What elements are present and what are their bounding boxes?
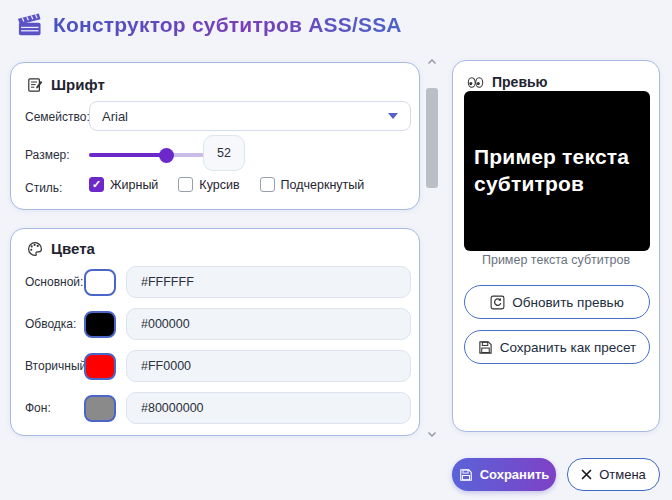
preview-box-text: Пример текста субтитров bbox=[474, 144, 642, 198]
style-checkbox-italic[interactable]: Курсив bbox=[178, 177, 239, 192]
preview-card-title: Превью bbox=[492, 74, 548, 90]
outline-color-input[interactable] bbox=[126, 308, 411, 340]
eyes-icon bbox=[467, 76, 484, 89]
font-card: Шрифт Семейство: Arial Размер: Стиль: Жи… bbox=[10, 62, 420, 210]
slider-fill bbox=[89, 153, 167, 157]
background-color-input[interactable] bbox=[126, 392, 411, 424]
scrollbar-thumb[interactable] bbox=[426, 88, 438, 188]
save-preset-label: Сохранить как пресет bbox=[500, 340, 637, 355]
cancel-button-label: Отмена bbox=[599, 467, 646, 482]
size-label: Размер: bbox=[25, 148, 70, 162]
secondary-color-label: Вторичный: bbox=[25, 359, 90, 373]
save-preset-button[interactable]: Сохранить как пресет bbox=[464, 330, 650, 364]
preview-card-header: Превью bbox=[467, 74, 548, 90]
font-family-select[interactable]: Arial bbox=[89, 101, 411, 131]
palette-icon bbox=[27, 241, 43, 257]
style-option-label: Курсив bbox=[199, 178, 239, 192]
family-label: Семейство: bbox=[25, 110, 90, 124]
secondary-color-swatch[interactable] bbox=[84, 353, 116, 380]
subtitle-constructor-app: Конструктор субтитров ASS/SSA Шрифт Семе… bbox=[0, 0, 672, 500]
secondary-color-input[interactable] bbox=[126, 350, 411, 382]
colors-card-header: Цвета bbox=[27, 240, 95, 257]
update-preview-button[interactable]: Обновить превью bbox=[464, 285, 650, 319]
scrollbar-up-arrow[interactable] bbox=[426, 55, 438, 67]
page-title: Конструктор субтитров ASS/SSA bbox=[53, 13, 402, 37]
background-color-swatch[interactable] bbox=[84, 395, 116, 422]
font-card-title: Шрифт bbox=[51, 76, 105, 93]
save-button-label: Сохранить bbox=[480, 467, 550, 482]
floppy-disk-icon bbox=[459, 468, 473, 482]
preview-card: Превью Пример текста субтитров Пример те… bbox=[452, 60, 660, 432]
checkbox-icon[interactable] bbox=[178, 177, 193, 192]
cancel-button[interactable]: Отмена bbox=[567, 458, 660, 491]
scrollbar-down-arrow[interactable] bbox=[426, 428, 438, 440]
floppy-disk-icon bbox=[478, 340, 493, 355]
clapperboard-icon bbox=[16, 12, 43, 37]
checkbox-icon[interactable] bbox=[89, 177, 104, 192]
primary-color-swatch[interactable] bbox=[84, 269, 116, 296]
checkbox-icon[interactable] bbox=[260, 177, 275, 192]
colors-card: Цвета Основной: Обводка: Вторичный: Фон: bbox=[10, 228, 420, 436]
slider-thumb[interactable] bbox=[159, 148, 174, 163]
refresh-icon bbox=[490, 295, 505, 310]
colors-card-title: Цвета bbox=[51, 240, 95, 257]
preview-caption: Пример текста субтитров bbox=[453, 253, 659, 267]
font-card-header: Шрифт bbox=[27, 76, 105, 93]
subtitle-preview-box: Пример текста субтитров bbox=[464, 91, 650, 251]
outline-color-label: Обводка: bbox=[25, 317, 76, 331]
style-label: Стиль: bbox=[25, 181, 62, 195]
save-button[interactable]: Сохранить bbox=[452, 458, 556, 491]
chevron-down-icon bbox=[388, 113, 398, 119]
background-color-label: Фон: bbox=[25, 401, 51, 415]
primary-color-label: Основной: bbox=[25, 275, 83, 289]
font-size-box bbox=[203, 135, 245, 171]
font-size-slider[interactable] bbox=[89, 147, 209, 163]
style-checkbox-bold[interactable]: Жирный bbox=[89, 177, 158, 192]
style-option-label: Подчеркнутый bbox=[281, 178, 365, 192]
app-header: Конструктор субтитров ASS/SSA bbox=[16, 12, 402, 37]
style-options: Жирный Курсив Подчеркнутый bbox=[89, 177, 364, 192]
font-size-input[interactable] bbox=[204, 136, 244, 170]
primary-color-input[interactable] bbox=[126, 266, 411, 298]
close-icon bbox=[581, 469, 592, 480]
update-preview-label: Обновить превью bbox=[512, 295, 624, 310]
style-option-label: Жирный bbox=[110, 178, 158, 192]
outline-color-swatch[interactable] bbox=[84, 311, 116, 338]
memo-icon bbox=[27, 77, 43, 93]
font-family-value: Arial bbox=[102, 109, 128, 124]
style-checkbox-underline[interactable]: Подчеркнутый bbox=[260, 177, 365, 192]
